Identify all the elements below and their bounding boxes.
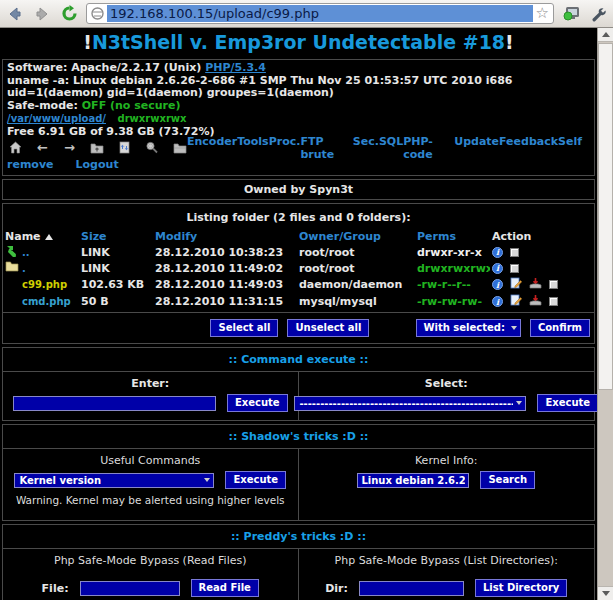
browser-reload-button[interactable]: [59, 4, 79, 24]
kernel-search-button[interactable]: Search: [480, 471, 535, 489]
file-owner: mysql/mysql: [297, 293, 415, 310]
nav-link-logout[interactable]: Logout: [76, 158, 119, 171]
file-size: LINK: [79, 244, 153, 260]
shadow-tricks-title: :: Shadow's tricks :D ::: [3, 425, 594, 449]
select-all-button[interactable]: Select all: [210, 319, 278, 337]
nav-link-update[interactable]: Update: [454, 135, 499, 161]
edit-icon[interactable]: [510, 294, 522, 309]
read-file-button[interactable]: Read File: [191, 579, 259, 597]
nav-link-sec[interactable]: Sec.: [353, 135, 379, 161]
execute-useful-button[interactable]: Execute: [225, 471, 286, 489]
nav-link-self[interactable]: Self: [558, 135, 582, 161]
nav-link-encoder[interactable]: Encoder: [187, 135, 237, 161]
row-checkbox[interactable]: [549, 280, 558, 289]
col-header-owner[interactable]: Owner/Group: [297, 228, 415, 244]
with-selected-label: With selected:: [423, 322, 504, 333]
software-label: Software: Apache/2.2.17 (Unix): [7, 61, 201, 74]
list-directory-button[interactable]: List Directory: [475, 579, 567, 597]
list-directories-title: Php Safe-Mode Bypass (List Directories):: [301, 554, 593, 567]
unselect-all-button[interactable]: Unselect all: [287, 319, 369, 337]
nav-link-feedback[interactable]: Feedback: [499, 135, 558, 161]
nav-link-php-code[interactable]: PHP-code: [403, 135, 454, 161]
address-bar[interactable]: 192.168.100.15/upload/c99.php ☆: [86, 3, 554, 24]
forward-dir-icon[interactable]: →: [63, 141, 76, 154]
nav-link-tools[interactable]: Tools: [237, 135, 268, 161]
browser-back-button[interactable]: [5, 4, 25, 24]
file-perms[interactable]: -rw-rw-rw-: [415, 293, 490, 310]
download-icon[interactable]: [529, 278, 542, 292]
execute-command-button[interactable]: Execute: [227, 394, 288, 412]
file-link-c99[interactable]: c99.php: [5, 279, 67, 290]
file-link-cmd[interactable]: cmd.php: [5, 296, 71, 307]
listing-title: Listing folder (2 files and 0 folders):: [3, 204, 594, 228]
proxy-extension-icon: [563, 6, 580, 22]
updir-arrow-icon[interactable]: [5, 245, 18, 261]
read-files-panel: Php Safe-Mode Bypass (Read Files) File: …: [3, 549, 299, 600]
col-header-perms[interactable]: Perms: [415, 228, 490, 244]
url-text[interactable]: 192.168.100.15/upload/c99.php: [107, 5, 533, 22]
list-directories-panel: Php Safe-Mode Bypass (List Directories):…: [299, 549, 595, 600]
kernel-warning-text: Warning. Kernel may be alerted using hig…: [5, 494, 296, 506]
useful-commands-dropdown[interactable]: Kernel version: [14, 473, 214, 488]
file-perms[interactable]: drwxrwxrwx: [415, 260, 490, 276]
command-input[interactable]: [13, 396, 216, 411]
back-dir-icon[interactable]: ←: [36, 141, 49, 154]
browser-forward-button[interactable]: [32, 4, 52, 24]
confirm-button[interactable]: Confirm: [530, 319, 590, 337]
file-modify: 28.12.2010 11:31:15: [153, 293, 297, 310]
list-dir-input[interactable]: [359, 581, 464, 596]
command-select-value: ----------------------------------------…: [295, 398, 513, 409]
col-header-modify[interactable]: Modify: [153, 228, 297, 244]
col-header-size[interactable]: Size: [79, 228, 153, 244]
scrollbar-up-icon: [602, 32, 610, 37]
safe-mode-value: OFF (no secure): [82, 99, 181, 112]
download-icon[interactable]: [529, 295, 542, 309]
refresh-icon[interactable]: [118, 141, 131, 154]
file-table-header-row: Name Size Modify Owner/Group Perms Actio…: [3, 228, 594, 244]
wrench-icon: [590, 6, 606, 22]
shell-toolbar-icons: ← →: [9, 141, 187, 154]
row-checkbox[interactable]: [510, 248, 519, 257]
nav-link-self-remove[interactable]: remove: [7, 158, 54, 171]
execute-select-button[interactable]: Execute: [537, 394, 597, 412]
owned-by-banner: Owned by Spyn3t: [2, 179, 595, 200]
page-scrollbar[interactable]: [597, 28, 613, 600]
kernel-info-input[interactable]: [357, 473, 469, 488]
safe-mode-label: Safe-mode:: [7, 99, 78, 112]
php-version-link[interactable]: PHP/5.3.4: [205, 61, 266, 74]
nav-link-ftp-brute[interactable]: FTP brute: [300, 135, 352, 161]
folder-icon[interactable]: [5, 261, 19, 275]
row-checkbox[interactable]: [549, 297, 558, 306]
info-icon[interactable]: i: [492, 296, 503, 307]
search-icon[interactable]: [145, 141, 159, 154]
col-header-name[interactable]: Name: [3, 228, 79, 244]
scrollbar-thumb[interactable]: [598, 43, 613, 390]
useful-commands-panel: Useful Commands Kernel version Execute W…: [3, 449, 299, 520]
file-perms[interactable]: -rw-r--r--: [415, 276, 490, 293]
select-label: Select:: [301, 377, 593, 390]
buffer-folder-icon[interactable]: [173, 141, 187, 154]
browser-menu-wrench-icon[interactable]: [588, 4, 608, 24]
info-icon[interactable]: i: [492, 263, 503, 274]
home-icon[interactable]: [9, 141, 22, 154]
file-perms[interactable]: drwxr-xr-x: [415, 244, 490, 260]
file-modify: 28.12.2010 10:38:23: [153, 244, 297, 260]
with-selected-dropdown[interactable]: With selected:: [416, 319, 520, 337]
file-modify: 28.12.2010 11:49:02: [153, 260, 297, 276]
read-file-input[interactable]: [80, 581, 180, 596]
scrollbar-down-button[interactable]: [598, 586, 613, 600]
table-row-cmd: cmd.php 50 B 28.12.2010 11:31:15 mysql/m…: [3, 293, 594, 310]
cwd-link[interactable]: /var/www/upload/: [7, 113, 106, 124]
updir-folder-icon[interactable]: [90, 141, 104, 154]
info-icon[interactable]: i: [492, 247, 503, 258]
command-select-dropdown[interactable]: ----------------------------------------…: [294, 396, 526, 411]
scrollbar-up-button[interactable]: [598, 28, 613, 42]
row-checkbox[interactable]: [510, 264, 519, 273]
useful-commands-label: Useful Commands: [5, 454, 296, 467]
bookmark-star-icon[interactable]: ☆: [536, 6, 549, 21]
extension-icon[interactable]: [561, 4, 581, 24]
edit-icon[interactable]: [510, 277, 522, 292]
nav-link-sql[interactable]: SQL: [379, 135, 403, 161]
nav-link-proc[interactable]: Proc.: [269, 135, 301, 161]
info-icon[interactable]: i: [492, 279, 503, 290]
